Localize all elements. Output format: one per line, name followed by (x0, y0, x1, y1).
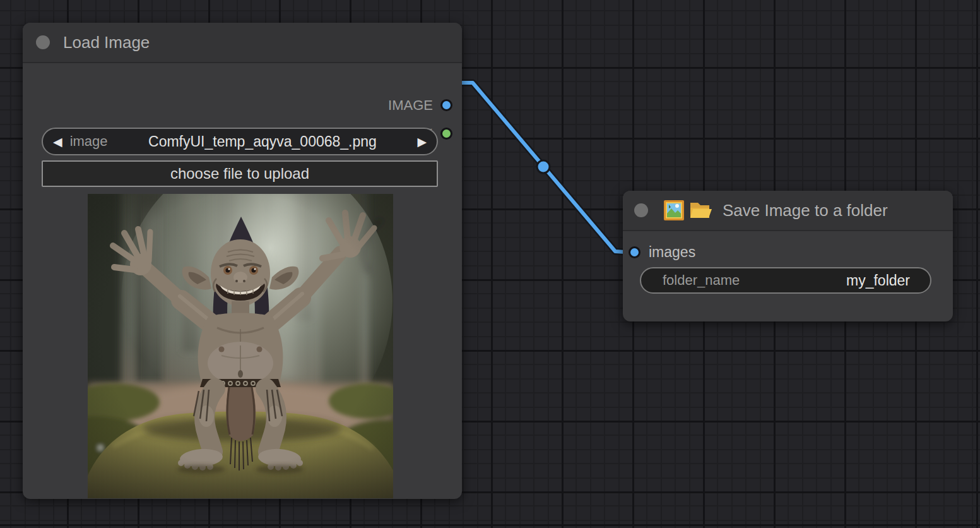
folder-name-label: folder_name (663, 272, 740, 289)
choose-file-button[interactable]: choose file to upload (42, 160, 438, 187)
load-image-node[interactable]: Load Image IMAGE MASK ◀ image ComfyUI_te… (23, 23, 462, 499)
open-folder-icon (688, 200, 714, 220)
folder-name-value: my_folder (846, 272, 910, 289)
folder-name-widget[interactable]: folder_name my_folder (640, 267, 931, 294)
output-dot-image[interactable] (440, 99, 452, 111)
combo-next-icon[interactable]: ▶ (417, 136, 427, 148)
node-collapse-dot[interactable] (634, 203, 648, 217)
combo-prev-icon[interactable]: ◀ (53, 136, 62, 148)
image-combo-label: image (70, 133, 108, 150)
node-title: Load Image (63, 33, 150, 52)
image-combo-widget[interactable]: ◀ image ComfyUI_temp_aqyva_00068_.png ▶ (42, 128, 438, 155)
image-combo-value: ComfyUI_temp_aqyva_00068_.png (108, 133, 418, 150)
load-image-node-titlebar[interactable]: Load Image (23, 23, 462, 63)
link-wire-outline (462, 83, 635, 253)
link-midpoint-dot[interactable] (537, 160, 550, 173)
node-title: Save Image to a folder (723, 201, 888, 220)
framed-picture-icon (663, 200, 685, 221)
node-graph-canvas[interactable]: Load Image IMAGE MASK ◀ image ComfyUI_te… (0, 0, 980, 528)
save-image-node-titlebar[interactable]: Save Image to a folder (623, 191, 953, 231)
image-preview[interactable] (88, 194, 393, 498)
node-collapse-dot[interactable] (36, 35, 50, 49)
output-label-image: IMAGE (388, 97, 433, 114)
input-label-images: images (649, 244, 695, 261)
output-dot-mask[interactable] (440, 128, 452, 140)
troll-forest-illustration (88, 194, 393, 498)
save-image-node[interactable]: Save Image to a folder images folder_nam… (623, 191, 953, 321)
input-dot-images[interactable] (629, 246, 641, 258)
link-wire[interactable] (462, 83, 635, 253)
